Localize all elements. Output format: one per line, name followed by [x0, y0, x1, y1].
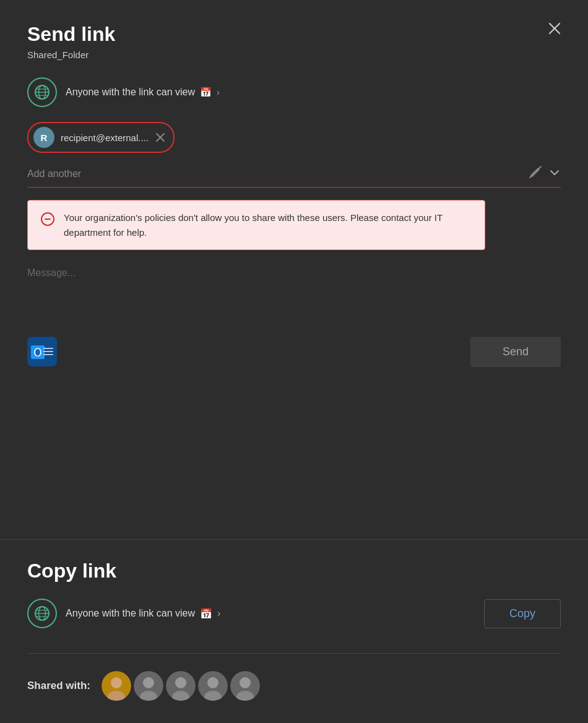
svg-point-37	[240, 677, 251, 688]
shared-with-section: Shared with:	[0, 654, 588, 723]
message-area[interactable]: Message...	[27, 267, 561, 317]
copy-link-section: Copy link Anyone with the link can view …	[0, 540, 588, 653]
copy-chevron-right-icon: ›	[217, 608, 220, 619]
error-icon	[40, 212, 55, 230]
chevron-down-icon[interactable]	[548, 167, 561, 181]
svg-point-25	[111, 677, 122, 688]
copy-link-title: Copy link	[27, 560, 561, 582]
copy-link-button[interactable]: Copy	[484, 599, 561, 628]
globe-icon	[27, 77, 57, 107]
shared-avatar-3	[166, 671, 196, 701]
error-banner: Your organization's policies don't allow…	[27, 200, 485, 250]
send-button[interactable]: Send	[470, 337, 561, 367]
send-row: Send	[27, 337, 561, 367]
outlook-icon	[27, 337, 57, 366]
shared-avatar-4	[198, 671, 228, 701]
send-link-section: Send link Shared_Folder Anyone with the …	[0, 0, 588, 539]
copy-globe-icon	[27, 599, 57, 628]
folder-name: Shared_Folder	[27, 50, 561, 60]
error-message: Your organization's policies don't allow…	[64, 210, 472, 240]
permission-text: Anyone with the link can view 📅 ›	[66, 87, 220, 98]
dialog-title: Send link	[27, 22, 561, 46]
recipient-avatar: R	[33, 127, 54, 148]
svg-rect-16	[43, 348, 53, 349]
recipient-area: R recipient@external....	[27, 122, 561, 153]
svg-rect-17	[43, 351, 53, 352]
recipient-chip: R recipient@external....	[27, 122, 175, 153]
svg-line-9	[530, 167, 541, 178]
permission-row[interactable]: Anyone with the link can view 📅 ›	[27, 77, 561, 107]
shared-avatar-2	[134, 671, 163, 701]
svg-point-28	[143, 677, 154, 688]
send-link-dialog: Send link Shared_Folder Anyone with the …	[0, 0, 588, 723]
add-another-row	[27, 165, 561, 188]
shared-avatars	[102, 671, 260, 701]
svg-rect-18	[43, 354, 53, 355]
message-placeholder: Message...	[27, 267, 76, 278]
svg-point-34	[207, 677, 218, 688]
shared-avatar-5	[230, 671, 260, 701]
chevron-right-icon: ›	[217, 87, 220, 97]
svg-point-31	[175, 677, 186, 688]
pen-slash-icon	[529, 165, 542, 182]
copy-calendar-icon: 📅	[200, 608, 212, 620]
shared-avatar-1	[102, 671, 131, 701]
remove-recipient-button[interactable]	[155, 132, 166, 143]
close-button[interactable]	[543, 17, 566, 40]
recipient-email: recipient@external....	[61, 132, 149, 143]
copy-permission-text: Anyone with the link can view 📅 ›	[66, 608, 475, 620]
add-another-input[interactable]	[27, 168, 522, 180]
svg-point-15	[35, 349, 40, 356]
copy-link-row: Anyone with the link can view 📅 › Copy	[27, 599, 561, 628]
calendar-icon: 📅	[200, 87, 212, 98]
shared-with-label: Shared with:	[27, 680, 90, 692]
